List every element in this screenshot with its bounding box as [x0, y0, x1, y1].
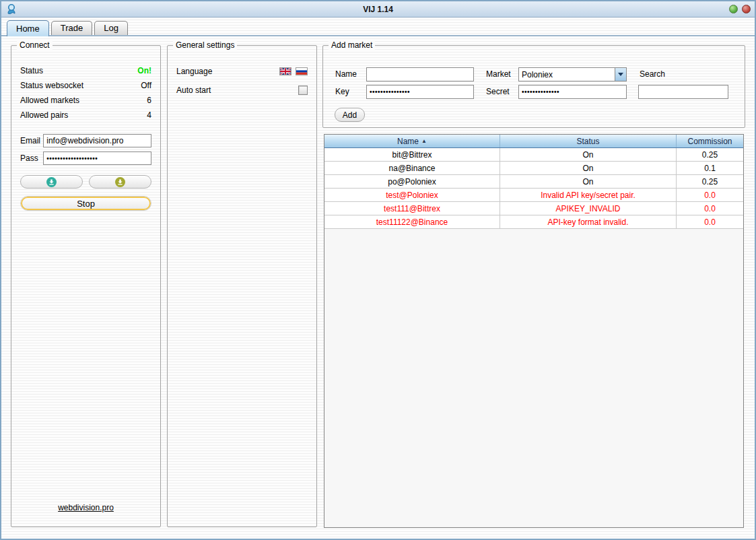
general-settings-panel: General settings Language [167, 45, 317, 527]
add-button-label: Add [343, 110, 357, 120]
english-flag-icon[interactable] [279, 67, 291, 75]
cell-commission: 0.0 [677, 215, 743, 228]
table-row[interactable]: na@Binance On 0.1 [324, 162, 743, 175]
pass-label: Pass [20, 154, 43, 163]
cell-status: On [500, 162, 677, 174]
cell-commission: 0.25 [677, 175, 743, 188]
tab-home[interactable]: Home [7, 20, 49, 36]
cell-commission: 0.0 [677, 189, 743, 201]
column-header-name[interactable]: Name ▲ [324, 135, 500, 147]
connect-buttons [20, 175, 151, 189]
allowed-markets-value: 6 [147, 96, 151, 106]
markets-table: Name ▲ Status Commission bit@Bittrex On … [324, 134, 744, 528]
cell-commission: 0.25 [677, 148, 743, 161]
cell-commission: 0.0 [677, 202, 743, 215]
close-button[interactable] [742, 5, 751, 13]
status-websocket-value: Off [141, 81, 151, 91]
column-header-status[interactable]: Status [500, 135, 677, 147]
cell-status: On [500, 175, 677, 188]
register-download-icon [115, 177, 125, 187]
status-label: Status [20, 66, 43, 76]
table-row[interactable]: po@Poloniex On 0.25 [324, 175, 743, 189]
status-row: Status On! [20, 66, 151, 76]
webdivision-link[interactable]: webdivision.pro [58, 503, 114, 512]
cell-name: test11122@Binance [324, 215, 500, 228]
titlebar: VIJ 1.14 [1, 1, 755, 18]
add-market-legend: Add market [329, 40, 375, 50]
markets-table-header: Name ▲ Status Commission [324, 135, 743, 148]
password-field[interactable] [43, 151, 151, 165]
login-button[interactable] [20, 175, 83, 189]
api-secret-field[interactable] [518, 85, 627, 99]
connect-panel: Connect Status On! Status websocket Off … [11, 45, 161, 527]
cell-status: API-key format invalid. [500, 215, 677, 228]
language-flags [279, 67, 308, 75]
allowed-markets-row: Allowed markets 6 [20, 96, 151, 106]
api-key-label: Key [335, 88, 349, 96]
table-row[interactable]: bit@Bittrex On 0.25 [324, 148, 743, 162]
market-select[interactable]: Poloniex [518, 67, 627, 81]
table-row[interactable]: test@Poloniex Invalid API key/secret pai… [324, 189, 743, 202]
minimize-button[interactable] [729, 5, 738, 13]
email-field[interactable] [43, 134, 151, 147]
cell-name: test@Poloniex [324, 189, 500, 201]
market-name-field[interactable] [366, 67, 474, 81]
auto-start-row: Auto start [176, 85, 308, 96]
api-secret-label: Secret [486, 88, 510, 96]
email-row: Email [20, 134, 151, 147]
stop-button-label: Stop [77, 199, 95, 209]
sort-ascending-icon: ▲ [421, 138, 427, 144]
auto-start-label: Auto start [176, 86, 211, 95]
cell-name: po@Poloniex [324, 175, 500, 188]
email-label: Email [20, 136, 43, 145]
chevron-down-icon [618, 73, 623, 76]
add-market-panel: Add market Name Market Poloniex Search K… [322, 45, 745, 128]
home-tab-content: Connect Status On! Status websocket Off … [1, 36, 755, 539]
russian-flag-icon[interactable] [296, 67, 308, 75]
add-market-button[interactable]: Add [335, 108, 365, 122]
window-title: VIJ 1.14 [1, 5, 755, 14]
cell-name: na@Binance [324, 162, 500, 174]
tab-trade[interactable]: Trade [51, 21, 92, 35]
market-label: Market [486, 70, 511, 79]
market-name-label: Name [335, 70, 357, 79]
allowed-pairs-value: 4 [147, 110, 151, 121]
cell-commission: 0.1 [677, 162, 743, 174]
tab-bar: Home Trade Log [1, 18, 755, 36]
allowed-pairs-row: Allowed pairs 4 [20, 110, 151, 121]
cell-name: bit@Bittrex [324, 148, 500, 161]
tab-log[interactable]: Log [94, 21, 128, 35]
status-value: On! [137, 66, 151, 76]
auto-start-checkbox[interactable] [298, 86, 308, 95]
market-dropdown-button[interactable] [615, 68, 626, 81]
cell-status: On [500, 148, 677, 161]
allowed-pairs-label: Allowed pairs [20, 110, 68, 121]
cell-status: APIKEY_INVALID [500, 202, 677, 215]
allowed-markets-label: Allowed markets [20, 96, 79, 106]
cell-status: Invalid API key/secret pair. [500, 189, 677, 201]
search-label: Search [640, 70, 665, 79]
api-key-field[interactable] [366, 85, 474, 99]
window-controls [729, 5, 751, 13]
app-window: VIJ 1.14 Home Trade Log Connect Status O… [0, 0, 756, 540]
app-icon [5, 3, 18, 15]
name-column-label: Name [397, 137, 419, 146]
connect-legend: Connect [17, 40, 53, 50]
column-header-commission[interactable]: Commission [677, 135, 743, 147]
register-button[interactable] [89, 175, 151, 189]
status-websocket-row: Status websocket Off [20, 81, 151, 91]
general-settings-legend: General settings [173, 40, 237, 50]
status-column-label: Status [576, 137, 599, 146]
search-field[interactable] [638, 85, 728, 99]
status-websocket-label: Status websocket [20, 81, 83, 91]
pass-row: Pass [20, 151, 151, 165]
language-label: Language [176, 67, 212, 76]
market-selected-value: Poloniex [519, 68, 615, 81]
cell-name: test111@Bittrex [324, 202, 500, 215]
login-download-icon [46, 177, 57, 187]
table-row[interactable]: test11122@Binance API-key format invalid… [324, 215, 743, 229]
stop-button[interactable]: Stop [20, 196, 151, 211]
table-row[interactable]: test111@Bittrex APIKEY_INVALID 0.0 [324, 202, 743, 215]
language-row: Language [176, 66, 308, 77]
commission-column-label: Commission [687, 137, 732, 146]
